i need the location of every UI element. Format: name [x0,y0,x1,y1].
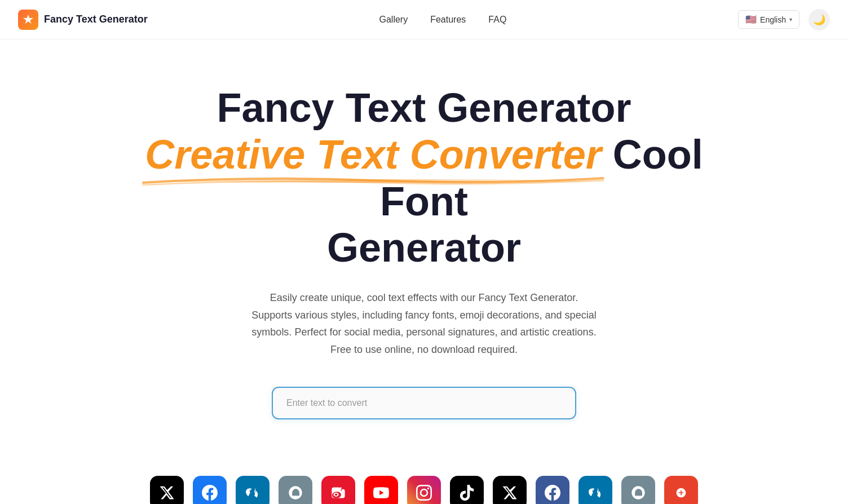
social-icon-partial[interactable] [664,476,698,504]
hero-section: Fancy Text Generator Creative Text Conve… [0,39,848,453]
social-icon-weibo[interactable] [321,476,355,504]
nav-features-link[interactable]: Features [430,15,466,24]
hero-title-orange: Creative Text Converter [145,131,602,178]
nav-item-gallery[interactable]: Gallery [379,15,408,25]
hero-title-line3: Generator [114,224,734,271]
social-icon-facebook[interactable] [193,476,227,504]
social-icon-wordpress[interactable] [236,476,270,504]
nav-gallery-link[interactable]: Gallery [379,15,408,24]
flag-icon: 🇺🇸 [745,14,757,25]
social-icons-bar [0,453,848,504]
navbar-right: 🇺🇸 English ▾ 🌙 [738,9,830,30]
social-icon-twitter-x[interactable] [150,476,184,504]
language-selector[interactable]: 🇺🇸 English ▾ [738,10,800,29]
social-icon-twitter-x2[interactable] [493,476,527,504]
social-icon-facebook2[interactable] [536,476,569,504]
hero-heading: Fancy Text Generator Creative Text Conve… [114,85,734,271]
social-icon-ghost2[interactable] [621,476,655,504]
social-icon-tiktok[interactable] [450,476,484,504]
hero-input-wrapper [272,387,576,419]
language-label: English [760,15,786,24]
brand-logo-icon [18,10,38,30]
nav-links: Gallery Features FAQ [379,15,506,25]
nav-item-features[interactable]: Features [430,15,466,25]
nav-faq-link[interactable]: FAQ [488,15,506,24]
navbar: Fancy Text Generator Gallery Features FA… [0,0,848,39]
social-icon-instagram[interactable] [407,476,441,504]
dark-mode-toggle-button[interactable]: 🌙 [809,9,830,30]
brand-title: Fancy Text Generator [44,14,148,25]
hero-description: Easily create unique, cool text effects … [249,289,599,358]
hero-title-line2: Creative Text Converter Cool Font [114,131,734,225]
social-icon-ghost[interactable] [279,476,312,504]
social-icon-youtube[interactable] [364,476,398,504]
text-convert-input[interactable] [272,387,576,419]
nav-item-faq[interactable]: FAQ [488,15,506,25]
chevron-down-icon: ▾ [789,16,792,23]
hero-title-line1: Fancy Text Generator [114,85,734,131]
social-icon-wordpress2[interactable] [578,476,612,504]
brand-link[interactable]: Fancy Text Generator [18,10,148,30]
